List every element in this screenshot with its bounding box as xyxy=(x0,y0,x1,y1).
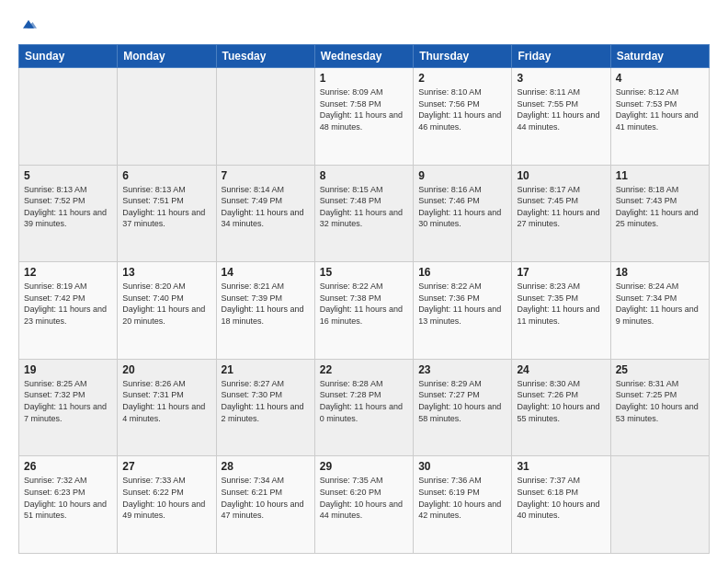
day-number: 24 xyxy=(517,363,605,376)
day-number: 3 xyxy=(517,72,605,85)
day-info: Sunrise: 8:11 AM Sunset: 7:55 PM Dayligh… xyxy=(517,86,605,132)
calendar-cell xyxy=(216,68,314,166)
weekday-header-wednesday: Wednesday xyxy=(314,45,413,68)
weekday-header-monday: Monday xyxy=(118,45,216,68)
day-info: Sunrise: 8:23 AM Sunset: 7:35 PM Dayligh… xyxy=(517,281,605,327)
day-number: 27 xyxy=(122,460,210,473)
calendar-cell xyxy=(118,68,216,166)
calendar-cell: 12Sunrise: 8:19 AM Sunset: 7:42 PM Dayli… xyxy=(19,262,118,360)
day-number: 15 xyxy=(320,266,408,279)
day-info: Sunrise: 8:20 AM Sunset: 7:40 PM Dayligh… xyxy=(122,281,210,327)
day-info: Sunrise: 7:37 AM Sunset: 6:18 PM Dayligh… xyxy=(517,475,605,521)
calendar-cell: 26Sunrise: 7:32 AM Sunset: 6:23 PM Dayli… xyxy=(19,456,118,554)
calendar-cell: 18Sunrise: 8:24 AM Sunset: 7:34 PM Dayli… xyxy=(610,262,709,360)
day-number: 30 xyxy=(418,460,506,473)
week-row-3: 19Sunrise: 8:25 AM Sunset: 7:32 PM Dayli… xyxy=(19,359,710,456)
day-info: Sunrise: 8:25 AM Sunset: 7:32 PM Dayligh… xyxy=(24,378,112,424)
calendar-cell xyxy=(19,68,118,166)
day-number: 25 xyxy=(616,363,704,376)
header xyxy=(18,17,710,35)
day-info: Sunrise: 8:21 AM Sunset: 7:39 PM Dayligh… xyxy=(222,281,310,327)
day-number: 28 xyxy=(222,460,310,473)
logo-icon xyxy=(20,17,37,33)
day-number: 31 xyxy=(517,460,605,473)
calendar-cell: 16Sunrise: 8:22 AM Sunset: 7:36 PM Dayli… xyxy=(414,262,512,360)
day-number: 22 xyxy=(320,363,408,376)
day-number: 18 xyxy=(616,266,704,279)
calendar-cell: 3Sunrise: 8:11 AM Sunset: 7:55 PM Daylig… xyxy=(512,68,610,166)
day-info: Sunrise: 8:13 AM Sunset: 7:52 PM Dayligh… xyxy=(24,184,112,230)
calendar-cell: 25Sunrise: 8:31 AM Sunset: 7:25 PM Dayli… xyxy=(610,359,709,456)
calendar-cell: 7Sunrise: 8:14 AM Sunset: 7:49 PM Daylig… xyxy=(216,165,314,262)
day-info: Sunrise: 8:31 AM Sunset: 7:25 PM Dayligh… xyxy=(616,378,704,424)
day-info: Sunrise: 8:17 AM Sunset: 7:45 PM Dayligh… xyxy=(517,184,605,230)
day-number: 16 xyxy=(418,266,506,279)
day-number: 21 xyxy=(222,363,310,376)
page: SundayMondayTuesdayWednesdayThursdayFrid… xyxy=(0,0,728,563)
day-number: 1 xyxy=(320,72,408,85)
day-info: Sunrise: 8:27 AM Sunset: 7:30 PM Dayligh… xyxy=(222,378,310,424)
day-number: 8 xyxy=(320,169,408,182)
day-number: 17 xyxy=(517,266,605,279)
calendar: SundayMondayTuesdayWednesdayThursdayFrid… xyxy=(18,44,710,554)
day-info: Sunrise: 8:16 AM Sunset: 7:46 PM Dayligh… xyxy=(418,184,506,230)
day-info: Sunrise: 8:13 AM Sunset: 7:51 PM Dayligh… xyxy=(122,184,210,230)
day-info: Sunrise: 8:30 AM Sunset: 7:26 PM Dayligh… xyxy=(517,378,605,424)
calendar-cell: 19Sunrise: 8:25 AM Sunset: 7:32 PM Dayli… xyxy=(19,359,118,456)
day-info: Sunrise: 7:34 AM Sunset: 6:21 PM Dayligh… xyxy=(222,475,310,521)
week-row-1: 5Sunrise: 8:13 AM Sunset: 7:52 PM Daylig… xyxy=(19,165,710,262)
week-row-4: 26Sunrise: 7:32 AM Sunset: 6:23 PM Dayli… xyxy=(19,456,710,554)
weekday-header-friday: Friday xyxy=(512,45,610,68)
day-info: Sunrise: 8:24 AM Sunset: 7:34 PM Dayligh… xyxy=(616,281,704,327)
day-info: Sunrise: 8:12 AM Sunset: 7:53 PM Dayligh… xyxy=(616,86,704,132)
day-info: Sunrise: 8:19 AM Sunset: 7:42 PM Dayligh… xyxy=(24,281,112,327)
day-number: 20 xyxy=(122,363,210,376)
day-number: 11 xyxy=(616,169,704,182)
day-info: Sunrise: 8:15 AM Sunset: 7:48 PM Dayligh… xyxy=(320,184,408,230)
day-number: 6 xyxy=(122,169,210,182)
calendar-cell: 4Sunrise: 8:12 AM Sunset: 7:53 PM Daylig… xyxy=(610,68,709,166)
day-number: 9 xyxy=(418,169,506,182)
day-number: 29 xyxy=(320,460,408,473)
calendar-cell: 27Sunrise: 7:33 AM Sunset: 6:22 PM Dayli… xyxy=(118,456,216,554)
calendar-cell: 5Sunrise: 8:13 AM Sunset: 7:52 PM Daylig… xyxy=(19,165,118,262)
calendar-cell: 29Sunrise: 7:35 AM Sunset: 6:20 PM Dayli… xyxy=(314,456,413,554)
calendar-cell: 8Sunrise: 8:15 AM Sunset: 7:48 PM Daylig… xyxy=(314,165,413,262)
day-number: 23 xyxy=(418,363,506,376)
calendar-cell: 17Sunrise: 8:23 AM Sunset: 7:35 PM Dayli… xyxy=(512,262,610,360)
calendar-cell: 13Sunrise: 8:20 AM Sunset: 7:40 PM Dayli… xyxy=(118,262,216,360)
calendar-cell: 2Sunrise: 8:10 AM Sunset: 7:56 PM Daylig… xyxy=(414,68,512,166)
weekday-header-saturday: Saturday xyxy=(610,45,709,68)
week-row-2: 12Sunrise: 8:19 AM Sunset: 7:42 PM Dayli… xyxy=(19,262,710,360)
calendar-cell: 30Sunrise: 7:36 AM Sunset: 6:19 PM Dayli… xyxy=(414,456,512,554)
day-number: 4 xyxy=(616,72,704,85)
day-number: 19 xyxy=(24,363,112,376)
calendar-cell: 20Sunrise: 8:26 AM Sunset: 7:31 PM Dayli… xyxy=(118,359,216,456)
day-info: Sunrise: 7:33 AM Sunset: 6:22 PM Dayligh… xyxy=(122,475,210,521)
day-number: 5 xyxy=(24,169,112,182)
day-number: 14 xyxy=(222,266,310,279)
calendar-cell: 9Sunrise: 8:16 AM Sunset: 7:46 PM Daylig… xyxy=(414,165,512,262)
calendar-cell: 15Sunrise: 8:22 AM Sunset: 7:38 PM Dayli… xyxy=(314,262,413,360)
day-number: 2 xyxy=(418,72,506,85)
day-info: Sunrise: 8:26 AM Sunset: 7:31 PM Dayligh… xyxy=(122,378,210,424)
day-number: 26 xyxy=(24,460,112,473)
day-info: Sunrise: 8:14 AM Sunset: 7:49 PM Dayligh… xyxy=(222,184,310,230)
calendar-cell: 6Sunrise: 8:13 AM Sunset: 7:51 PM Daylig… xyxy=(118,165,216,262)
day-info: Sunrise: 8:09 AM Sunset: 7:58 PM Dayligh… xyxy=(320,86,408,132)
calendar-cell: 11Sunrise: 8:18 AM Sunset: 7:43 PM Dayli… xyxy=(610,165,709,262)
weekday-header-sunday: Sunday xyxy=(19,45,118,68)
calendar-cell xyxy=(610,456,709,554)
day-number: 7 xyxy=(222,169,310,182)
day-info: Sunrise: 8:18 AM Sunset: 7:43 PM Dayligh… xyxy=(616,184,704,230)
calendar-cell: 24Sunrise: 8:30 AM Sunset: 7:26 PM Dayli… xyxy=(512,359,610,456)
calendar-cell: 10Sunrise: 8:17 AM Sunset: 7:45 PM Dayli… xyxy=(512,165,610,262)
day-info: Sunrise: 8:29 AM Sunset: 7:27 PM Dayligh… xyxy=(418,378,506,424)
calendar-cell: 14Sunrise: 8:21 AM Sunset: 7:39 PM Dayli… xyxy=(216,262,314,360)
calendar-cell: 28Sunrise: 7:34 AM Sunset: 6:21 PM Dayli… xyxy=(216,456,314,554)
day-number: 10 xyxy=(517,169,605,182)
calendar-cell: 23Sunrise: 8:29 AM Sunset: 7:27 PM Dayli… xyxy=(414,359,512,456)
day-info: Sunrise: 7:36 AM Sunset: 6:19 PM Dayligh… xyxy=(418,475,506,521)
day-number: 13 xyxy=(122,266,210,279)
day-info: Sunrise: 8:10 AM Sunset: 7:56 PM Dayligh… xyxy=(418,86,506,132)
